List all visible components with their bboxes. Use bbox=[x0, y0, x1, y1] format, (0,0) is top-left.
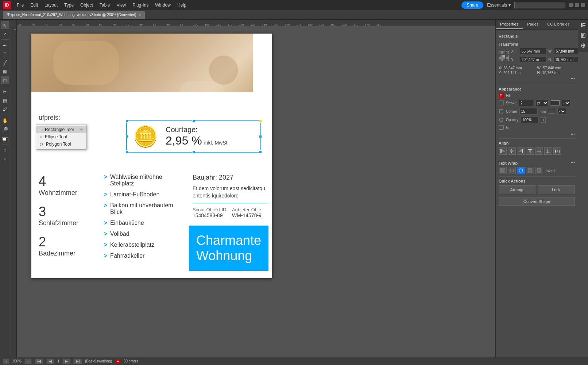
tab-properties[interactable]: Properties bbox=[496, 20, 523, 29]
opacity-input[interactable] bbox=[521, 116, 539, 123]
rectangle-frame-tool[interactable]: ⊠ bbox=[1, 68, 9, 76]
x-input[interactable] bbox=[520, 48, 547, 54]
distribute-h-button[interactable] bbox=[553, 147, 561, 155]
line-tool[interactable]: ╱ bbox=[1, 59, 9, 67]
handle-bottom-center[interactable] bbox=[192, 150, 195, 153]
align-center-h-button[interactable] bbox=[508, 147, 516, 155]
stroke-color[interactable] bbox=[4, 139, 8, 142]
menu-type[interactable]: Type bbox=[61, 2, 77, 8]
menu-edit[interactable]: Edit bbox=[27, 2, 41, 8]
menu-table[interactable]: Table bbox=[97, 2, 113, 8]
handle-top-left[interactable] bbox=[125, 120, 128, 123]
rectangle-tool[interactable]: □ bbox=[1, 76, 9, 84]
properties-icon[interactable] bbox=[579, 21, 587, 30]
type-tool[interactable]: T bbox=[1, 50, 9, 58]
ref-tc[interactable] bbox=[502, 51, 505, 54]
align-right-button[interactable] bbox=[517, 147, 525, 155]
align-top-button[interactable] bbox=[526, 147, 534, 155]
canvas-scroll[interactable]: ufpreis: 00 € bbox=[17, 26, 495, 357]
rectangle-tool-item[interactable]: □ Rectangle Tool M bbox=[36, 126, 86, 133]
prev-page-button[interactable]: ◀ bbox=[46, 358, 54, 364]
stroke-color-swatch[interactable] bbox=[551, 100, 560, 105]
pages-side-icon[interactable] bbox=[579, 31, 587, 40]
menu-file[interactable]: File bbox=[14, 2, 27, 8]
align-bottom-button[interactable] bbox=[544, 147, 552, 155]
h-input[interactable] bbox=[553, 56, 578, 63]
corner-style-select[interactable]: ▾ bbox=[557, 108, 566, 115]
essentials-button[interactable]: Essentials ▾ bbox=[484, 2, 514, 8]
menu-help[interactable]: Help bbox=[174, 2, 189, 8]
document-tab[interactable]: *Expose_Hochformat_210x297_Wohnungsverka… bbox=[3, 11, 145, 19]
selection-tool[interactable]: ↖ bbox=[1, 21, 9, 29]
cc-libraries-side-icon[interactable] bbox=[579, 42, 587, 50]
menu-window[interactable]: Window bbox=[152, 2, 174, 8]
direct-selection-tool[interactable]: ↗ bbox=[1, 30, 9, 38]
preview-mode[interactable]: □ bbox=[1, 146, 9, 154]
zoom-tool[interactable]: 🔎 bbox=[1, 125, 9, 133]
menu-view[interactable]: View bbox=[113, 2, 129, 8]
handle-bottom-left[interactable] bbox=[125, 150, 128, 153]
pen-tool[interactable]: ✒ bbox=[1, 41, 9, 49]
tab-cc-libraries[interactable]: CC Libraries bbox=[543, 20, 574, 29]
gradient-tool[interactable]: ▤ bbox=[1, 96, 9, 104]
search-input[interactable] bbox=[514, 2, 565, 8]
tab-close-button[interactable]: ✕ bbox=[138, 13, 141, 17]
share-button[interactable]: Share bbox=[461, 1, 483, 9]
ref-tr[interactable] bbox=[506, 51, 509, 54]
zoom-in-button[interactable]: + bbox=[24, 358, 32, 364]
minimize-button[interactable] bbox=[569, 3, 573, 7]
close-button[interactable] bbox=[581, 3, 585, 7]
first-page-button[interactable]: |◀ bbox=[35, 358, 44, 364]
menu-plugins[interactable]: Plug-Ins bbox=[129, 2, 151, 8]
handle-top-center[interactable] bbox=[192, 120, 195, 123]
stroke-pt-input[interactable] bbox=[519, 100, 533, 106]
color-tools[interactable] bbox=[2, 137, 8, 142]
hand-tool[interactable]: ✋ bbox=[1, 116, 9, 124]
align-center-v-button[interactable] bbox=[535, 147, 543, 155]
transform-more-button[interactable]: ••• bbox=[570, 76, 575, 81]
stroke-style-select[interactable]: — bbox=[562, 100, 570, 106]
maximize-button[interactable] bbox=[575, 3, 579, 7]
ref-mr[interactable] bbox=[506, 55, 509, 58]
scissors-tool[interactable]: ✂ bbox=[1, 88, 9, 96]
ref-tl[interactable] bbox=[499, 51, 502, 54]
convert-shape-button[interactable]: Convert Shape bbox=[499, 197, 575, 206]
jump-object-button[interactable] bbox=[526, 167, 534, 174]
tab-pages[interactable]: Pages bbox=[523, 20, 543, 29]
align-left-button[interactable] bbox=[499, 147, 507, 155]
no-wrap-button[interactable] bbox=[499, 167, 507, 174]
ref-mc[interactable] bbox=[502, 55, 505, 58]
ref-bc[interactable] bbox=[502, 58, 505, 61]
menu-object[interactable]: Object bbox=[77, 2, 96, 8]
reference-point-grid[interactable] bbox=[499, 51, 509, 61]
w-input[interactable] bbox=[554, 48, 578, 54]
ellipse-tool-item[interactable]: ○ Ellipse Tool L bbox=[36, 133, 86, 141]
eyedropper-tool[interactable]: 🖍 bbox=[1, 105, 9, 113]
handle-middle-left[interactable] bbox=[125, 135, 128, 138]
ref-br[interactable] bbox=[506, 58, 509, 61]
jump-next-column-button[interactable] bbox=[535, 167, 543, 174]
zoom-out-button[interactable]: - bbox=[3, 358, 9, 364]
normal-mode[interactable]: ⊞ bbox=[1, 155, 9, 163]
arrange-button[interactable]: Arrange bbox=[499, 185, 536, 194]
stroke-pt-select[interactable]: pt bbox=[535, 100, 549, 106]
wrap-bounding-box-button[interactable] bbox=[508, 167, 516, 174]
appearance-more-button[interactable]: ••• bbox=[570, 132, 575, 136]
handle-bottom-right[interactable] bbox=[259, 150, 262, 153]
text-wrap-more-button[interactable]: ••• bbox=[570, 160, 575, 165]
handle-top-right[interactable] bbox=[259, 120, 262, 123]
y-input[interactable] bbox=[520, 56, 547, 63]
handle-middle-right[interactable] bbox=[259, 135, 262, 138]
ref-bl[interactable] bbox=[499, 58, 502, 61]
lock-button[interactable]: Lock bbox=[538, 185, 575, 194]
ref-ml[interactable] bbox=[499, 55, 502, 58]
menu-layout[interactable]: Layout bbox=[42, 2, 61, 8]
opacity-more-button[interactable]: › bbox=[541, 117, 546, 123]
corner-style-swatch[interactable] bbox=[548, 109, 555, 114]
next-page-button[interactable]: ▶ bbox=[62, 358, 70, 364]
corner-value-input[interactable] bbox=[519, 108, 538, 115]
courtage-box[interactable]: 🪙 Courtage: 2,95 % inkl. MwSt. bbox=[126, 120, 261, 153]
courtage-box-container[interactable]: 🪙 Courtage: 2,95 % inkl. MwSt. bbox=[126, 113, 261, 160]
polygon-tool-item[interactable]: ⬡ Polygon Tool bbox=[36, 141, 86, 148]
wrap-object-shape-button[interactable] bbox=[517, 167, 525, 174]
